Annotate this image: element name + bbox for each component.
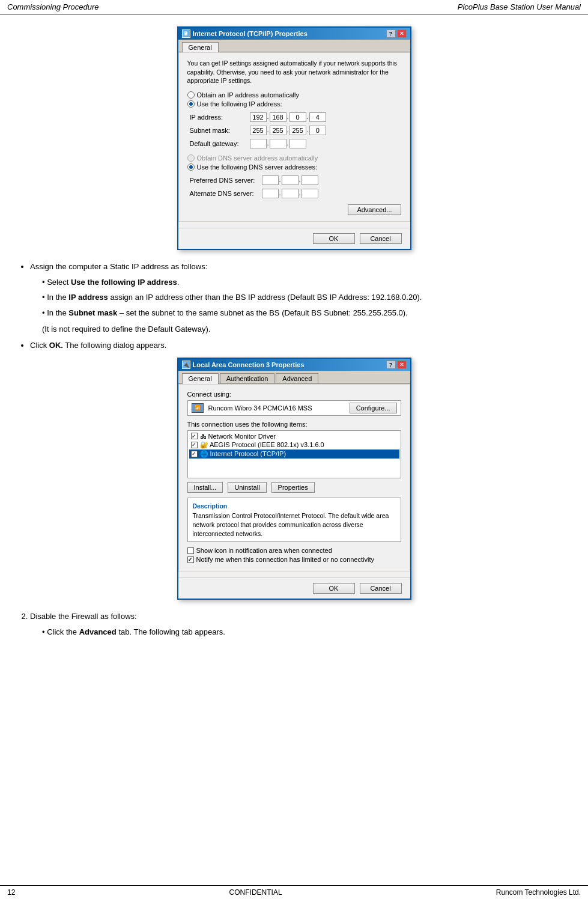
dialog2-window: 🔌 Local Area Connection 3 Properties ? ✕…: [177, 358, 411, 600]
page-content: 🖥 Internet Protocol (TCP/IP) Properties …: [0, 14, 588, 668]
dialog1-titlebar: 🖥 Internet Protocol (TCP/IP) Properties …: [178, 28, 410, 40]
dns-use-circle: [187, 163, 195, 171]
adapter-row: 📶 Runcom Wibro 34 PCMCIA16 MSS Configure…: [187, 400, 401, 416]
radio-group-ip: Obtain an IP address automatically Use t…: [187, 91, 401, 108]
items-label: This connection uses the following items…: [187, 421, 401, 428]
list-item-aegis[interactable]: 🔐 AEGIS Protocol (IEEE 802.1x) v3.1.6.0: [189, 440, 399, 450]
bullet-assign: Assign the computer a Static IP address …: [30, 261, 570, 318]
titlebar-controls: ? ✕: [386, 29, 407, 38]
install-button[interactable]: Install...: [187, 482, 223, 493]
dialog1-body: You can get IP settings assigned automat…: [178, 52, 410, 222]
ip-bold: IP address: [68, 293, 108, 302]
description-label: Description: [193, 502, 396, 511]
sub-seg3[interactable]: 255: [289, 126, 306, 135]
gateway-label: Default gateway:: [190, 140, 250, 147]
adns-seg3[interactable]: [302, 189, 318, 198]
footer-company: Runcom Technologies Ltd.: [496, 888, 581, 897]
dialog1-icon: 🖥: [182, 29, 190, 38]
show-icon-row: Show icon in notification area when conn…: [187, 547, 401, 554]
subnet-row: Subnet mask: 255 . 255 . 255 . 0: [190, 126, 401, 135]
dialog1-ok-button[interactable]: OK: [313, 233, 355, 244]
properties-button[interactable]: Properties: [271, 482, 315, 493]
dialog2-btn-row: OK Cancel: [178, 577, 410, 599]
tab-authentication[interactable]: Authentication: [220, 373, 275, 383]
ip-seg1[interactable]: 192: [250, 112, 267, 122]
help-button[interactable]: ?: [386, 29, 396, 38]
sub-list-1: Select Use the following IP address. In …: [42, 276, 570, 319]
dialog2-ok-button[interactable]: OK: [313, 583, 355, 594]
dns-radio-use[interactable]: Use the following DNS server addresses:: [187, 163, 401, 171]
dialog2-controls: ? ✕: [386, 361, 407, 369]
gw-seg3[interactable]: [289, 139, 306, 148]
cb-tcp-ip[interactable]: [191, 451, 198, 457]
pdns-seg3[interactable]: [302, 175, 318, 185]
adns-seg2[interactable]: [282, 189, 299, 198]
page-footer: 12 CONFIDENTIAL Runcom Technologies Ltd.: [0, 885, 588, 899]
alternate-dns-value: . .: [262, 189, 318, 198]
alternate-dns-row: Alternate DNS server: . .: [190, 189, 401, 198]
install-row: Install... Uninstall Properties: [187, 482, 401, 493]
dialog2-body: Connect using: 📶 Runcom Wibro 34 PCMCIA1…: [178, 384, 410, 572]
close-button[interactable]: ✕: [397, 29, 407, 38]
show-icon-checkbox[interactable]: [187, 547, 194, 554]
dialog2-container: 🔌 Local Area Connection 3 Properties ? ✕…: [18, 358, 570, 600]
dialog2-close-btn[interactable]: ✕: [397, 361, 407, 369]
dialog1-container: 🖥 Internet Protocol (TCP/IP) Properties …: [18, 26, 570, 250]
ip-fields: IP address: 192 . 168 . 0 . 4 Subnet: [190, 112, 401, 148]
pdns-seg2[interactable]: [282, 175, 299, 185]
dialog2-icon: 🔌: [182, 361, 190, 369]
ok-end: The following dialog appears.: [65, 341, 166, 350]
connect-using-label: Connect using:: [187, 391, 401, 398]
advanced-button[interactable]: Advanced...: [348, 204, 401, 215]
ip-seg3[interactable]: 0: [289, 112, 306, 122]
dialog1-title: Internet Protocol (TCP/IP) Properties: [193, 30, 308, 37]
sub-seg1[interactable]: 255: [250, 126, 267, 135]
gw-seg1[interactable]: [250, 139, 267, 148]
ip-seg2[interactable]: 168: [270, 112, 286, 122]
ok-bold: OK.: [49, 341, 63, 350]
sub-bullet-advanced: Click the Advanced tab. The following ta…: [42, 626, 570, 638]
cb-aegis[interactable]: [191, 442, 198, 448]
radio-auto-label: Obtain an IP address automatically: [197, 91, 299, 99]
advanced-row: Advanced...: [187, 204, 401, 215]
ip-seg4[interactable]: 4: [309, 112, 326, 122]
numbered-item-2: Disable the Firewall as follows: Click t…: [30, 611, 570, 638]
dns-section: Obtain DNS server address automatically …: [187, 154, 401, 171]
sub-seg2[interactable]: 255: [270, 126, 286, 135]
dns-auto-label: Obtain DNS server address automatically: [197, 154, 318, 162]
configure-button[interactable]: Configure...: [350, 403, 397, 413]
cb-network-monitor[interactable]: [191, 433, 198, 439]
subnet-bold: Subnet mask: [68, 308, 117, 317]
dialog1-cancel-button[interactable]: Cancel: [360, 233, 402, 244]
adns-seg1[interactable]: [262, 189, 279, 198]
radio-auto-ip[interactable]: Obtain an IP address automatically: [187, 91, 401, 99]
note-gateway: (It is not required to define the Defaul…: [42, 325, 570, 334]
ip-address-row: IP address: 192 . 168 . 0 . 4: [190, 112, 401, 122]
dns-use-label: Use the following DNS server addresses:: [197, 163, 318, 171]
ip-address-label: IP address:: [190, 114, 250, 121]
sub-bullet-ip: In the IP address assign an IP address o…: [42, 291, 570, 303]
preferred-dns-label: Preferred DNS server:: [190, 177, 262, 184]
dialog2-title: Local Area Connection 3 Properties: [193, 361, 305, 368]
adapter-icon: 📶: [192, 403, 204, 413]
bullet-list-click-ok: Click OK. The following dialog appears.: [30, 340, 570, 352]
footer-page-number: 12: [7, 888, 15, 897]
gw-seg2[interactable]: [270, 139, 286, 148]
sub-seg4[interactable]: 0: [309, 126, 326, 135]
dialog2-cancel-button[interactable]: Cancel: [360, 583, 402, 594]
bullet-list-1: Assign the computer a Static IP address …: [30, 261, 570, 318]
header-left: Commissioning Procedure: [7, 2, 99, 11]
tab-general-2[interactable]: General: [182, 373, 219, 384]
pdns-seg1[interactable]: [262, 175, 279, 185]
uninstall-button[interactable]: Uninstall: [228, 482, 266, 493]
dialog2-help-btn[interactable]: ?: [386, 361, 396, 369]
tab-advanced[interactable]: Advanced: [276, 373, 318, 383]
radio-use-ip[interactable]: Use the following IP address:: [187, 100, 401, 108]
tab-general[interactable]: General: [182, 42, 219, 52]
footer-confidential: CONFIDENTIAL: [229, 888, 282, 897]
dns-radio-auto[interactable]: Obtain DNS server address automatically: [187, 154, 401, 162]
list-item-tcp-ip[interactable]: 🌐 Internet Protocol (TCP/IP): [189, 450, 399, 459]
list-item-network-monitor[interactable]: 🖧 Network Monitor Driver: [189, 432, 399, 440]
advanced-bold: Advanced: [79, 627, 117, 636]
notify-checkbox[interactable]: ✓: [187, 556, 194, 563]
